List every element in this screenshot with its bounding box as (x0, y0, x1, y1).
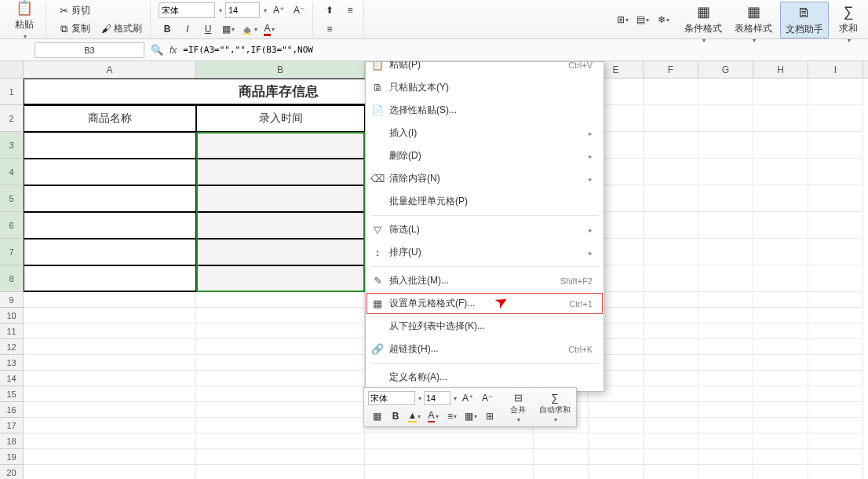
cell[interactable] (196, 308, 365, 324)
col-header-G[interactable]: G (698, 61, 753, 78)
cell[interactable] (196, 292, 365, 308)
cell[interactable] (808, 292, 863, 308)
cell[interactable] (698, 339, 753, 355)
cell[interactable] (644, 386, 698, 402)
cell[interactable] (698, 105, 753, 132)
row-header-10[interactable]: 10 (0, 308, 24, 324)
cell[interactable] (753, 308, 808, 324)
mini-autosum-button[interactable]: ∑ 自动求和▾ (538, 391, 572, 424)
ctx-item-13[interactable]: 定义名称(A)... (366, 366, 604, 389)
cell[interactable] (698, 433, 753, 449)
row-header-20[interactable]: 20 (0, 465, 24, 479)
mini-insert-button[interactable]: ⊞ (481, 408, 498, 424)
cell[interactable] (808, 402, 863, 418)
cell-A6[interactable] (24, 212, 196, 239)
cell-A4[interactable] (24, 159, 196, 185)
cell[interactable] (644, 212, 698, 239)
ctx-item-0[interactable]: 📋粘贴(P)Ctrl+V (366, 61, 604, 76)
mini-inc-font-icon[interactable]: A⁺ (459, 390, 476, 406)
row-header-13[interactable]: 13 (0, 355, 24, 371)
cell[interactable] (534, 433, 589, 449)
cell[interactable] (589, 402, 644, 418)
row-header-6[interactable]: 6 (0, 212, 24, 239)
cell[interactable] (196, 449, 365, 465)
row-header-16[interactable]: 16 (0, 402, 24, 418)
ctx-item-2[interactable]: 📄选择性粘贴(S)... (366, 99, 604, 122)
bold-button[interactable]: B (159, 20, 176, 38)
cell[interactable] (698, 465, 753, 479)
cell[interactable] (698, 212, 753, 239)
cell[interactable] (589, 449, 644, 465)
conditional-format-button[interactable]: ▦ 条件格式▾ (680, 2, 727, 46)
mini-font-color-button[interactable]: A▾ (425, 408, 442, 424)
cell[interactable] (698, 79, 753, 105)
cell[interactable] (24, 402, 196, 418)
increase-font-icon[interactable]: A⁺ (270, 2, 287, 19)
cell[interactable] (644, 465, 698, 479)
cell[interactable] (644, 265, 698, 292)
cell[interactable] (753, 132, 808, 159)
cell[interactable] (24, 371, 196, 386)
cell[interactable] (753, 371, 808, 386)
cell[interactable] (24, 355, 196, 371)
ctx-item-10[interactable]: ▦设置单元格格式(F)...Ctrl+1 (366, 292, 604, 315)
mini-fill-button[interactable]: ▲▾ (406, 408, 423, 424)
cell[interactable] (753, 465, 808, 479)
cell-B6[interactable] (196, 212, 365, 239)
align-middle-icon[interactable]: ≡ (341, 2, 359, 19)
cell[interactable] (698, 418, 753, 433)
row-header-8[interactable]: 8 (0, 265, 24, 292)
cell[interactable] (644, 132, 698, 159)
cell[interactable] (644, 308, 698, 324)
cell[interactable] (698, 402, 753, 418)
cell[interactable] (808, 79, 863, 105)
font-name-select[interactable] (159, 2, 215, 18)
doc-helper-button[interactable]: 🗎 文档助手 (780, 2, 829, 38)
cell[interactable] (534, 449, 589, 465)
cell[interactable] (753, 433, 808, 449)
cell[interactable] (808, 355, 863, 371)
cell[interactable] (644, 239, 698, 265)
format-painter-button[interactable]: 🖌格式刷 (97, 20, 145, 37)
ctx-item-7[interactable]: ▽筛选(L)▸ (366, 218, 604, 241)
cell-B4[interactable] (196, 159, 365, 185)
cell[interactable] (196, 465, 365, 479)
cell[interactable] (698, 355, 753, 371)
formula-input[interactable] (183, 45, 865, 55)
cell[interactable] (644, 418, 698, 433)
col-header-A[interactable]: A (24, 61, 196, 78)
cell[interactable] (698, 159, 753, 185)
row-header-14[interactable]: 14 (0, 371, 24, 386)
ctx-item-5[interactable]: ⌫清除内容(N)▸ (366, 167, 604, 190)
row-header-3[interactable]: 3 (0, 132, 24, 159)
cell[interactable] (753, 212, 808, 239)
cell[interactable] (644, 339, 698, 355)
cell[interactable] (753, 265, 808, 292)
table-style-button[interactable]: ▦ 表格样式▾ (730, 2, 777, 46)
cell[interactable] (753, 79, 808, 105)
row-header-5[interactable]: 5 (0, 185, 24, 212)
cell[interactable] (808, 185, 863, 212)
cell-B7[interactable] (196, 239, 365, 265)
cell[interactable] (808, 449, 863, 465)
cell[interactable] (698, 386, 753, 402)
cell[interactable] (644, 355, 698, 371)
col-header-H[interactable]: H (753, 61, 808, 78)
cell[interactable] (644, 324, 698, 339)
row-header-11[interactable]: 11 (0, 324, 24, 339)
copy-button[interactable]: ⧉复制 (54, 20, 93, 37)
cell[interactable] (644, 371, 698, 386)
cell[interactable] (644, 185, 698, 212)
spreadsheet-grid[interactable]: A B C D E F G H I 1商品库存信息2商品名称录入时间345678… (0, 61, 868, 479)
cell[interactable] (698, 324, 753, 339)
cell[interactable] (698, 449, 753, 465)
mini-merge-button[interactable]: ⊟ 合并▾ (501, 391, 535, 424)
cell[interactable] (753, 339, 808, 355)
cell[interactable] (808, 239, 863, 265)
cell[interactable] (808, 159, 863, 185)
cell[interactable] (808, 265, 863, 292)
cell[interactable] (808, 371, 863, 386)
align-top-icon[interactable]: ⬆ (321, 2, 338, 19)
cell[interactable] (24, 449, 196, 465)
cell-A5[interactable] (24, 185, 196, 212)
